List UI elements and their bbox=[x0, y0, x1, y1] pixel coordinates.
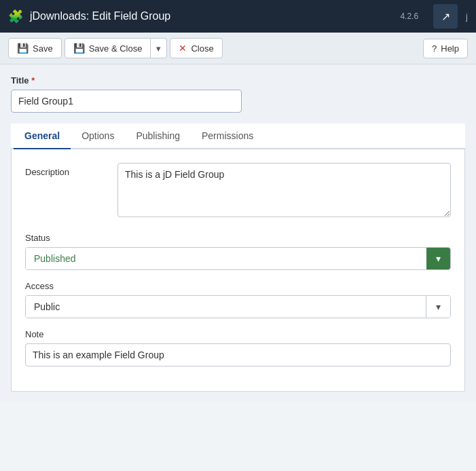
note-label: Note bbox=[25, 329, 451, 339]
required-marker: * bbox=[31, 75, 35, 86]
title-field: Title * bbox=[11, 75, 465, 113]
save-close-button[interactable]: 💾 Save & Close bbox=[65, 38, 151, 58]
save-close-icon: 💾 bbox=[73, 43, 85, 54]
external-link-button[interactable]: ↗ bbox=[433, 4, 458, 29]
status-label: Status bbox=[25, 233, 451, 243]
tabs-container: General Options Publishing Permissions D… bbox=[11, 124, 465, 392]
help-icon: ? bbox=[432, 43, 437, 54]
status-value: Published bbox=[26, 248, 426, 269]
note-field: Note bbox=[25, 329, 451, 366]
tab-content-general: Description This is a jD Field Group Sta… bbox=[11, 149, 465, 392]
close-icon: ✕ bbox=[179, 43, 187, 54]
tab-options[interactable]: Options bbox=[71, 124, 125, 149]
description-row: Description This is a jD Field Group bbox=[25, 163, 451, 219]
version-label: 4.2.6 bbox=[400, 12, 418, 21]
puzzle-icon: 🧩 bbox=[8, 9, 23, 24]
main-content: Title * General Options Publishing Permi… bbox=[0, 64, 476, 402]
app-initial: j bbox=[466, 12, 468, 22]
tab-permissions[interactable]: Permissions bbox=[191, 124, 264, 149]
access-label: Access bbox=[25, 281, 451, 291]
save-close-dropdown-button[interactable]: ▾ bbox=[151, 38, 167, 58]
tab-general[interactable]: General bbox=[14, 124, 71, 149]
save-icon: 💾 bbox=[17, 43, 29, 54]
page-title: jDownloads: Edit Field Group bbox=[30, 10, 393, 22]
description-textarea[interactable]: This is a jD Field Group bbox=[117, 163, 451, 217]
toolbar: 💾 Save 💾 Save & Close ▾ ✕ Close ? Help bbox=[0, 33, 476, 64]
top-bar: 🧩 jDownloads: Edit Field Group 4.2.6 ↗ j bbox=[0, 0, 476, 33]
title-input[interactable] bbox=[11, 90, 242, 113]
close-button[interactable]: ✕ Close bbox=[170, 38, 222, 58]
help-button[interactable]: ? Help bbox=[423, 39, 468, 58]
note-input[interactable] bbox=[25, 343, 451, 366]
tab-publishing[interactable]: Publishing bbox=[125, 124, 191, 149]
description-label: Description bbox=[25, 163, 107, 177]
title-label: Title * bbox=[11, 75, 465, 86]
status-field: Status Published ▾ bbox=[25, 233, 451, 270]
description-control: This is a jD Field Group bbox=[117, 163, 451, 219]
access-select-wrapper: Public ▾ bbox=[25, 295, 451, 318]
save-close-group: 💾 Save & Close ▾ bbox=[65, 38, 168, 58]
save-button[interactable]: 💾 Save bbox=[8, 38, 62, 58]
status-select-wrapper: Published ▾ bbox=[25, 247, 451, 270]
access-field: Access Public ▾ bbox=[25, 281, 451, 318]
status-dropdown-button[interactable]: ▾ bbox=[426, 248, 450, 269]
tabs-nav: General Options Publishing Permissions bbox=[11, 124, 465, 149]
access-dropdown-button[interactable]: ▾ bbox=[426, 296, 450, 318]
access-value: Public bbox=[26, 296, 426, 318]
